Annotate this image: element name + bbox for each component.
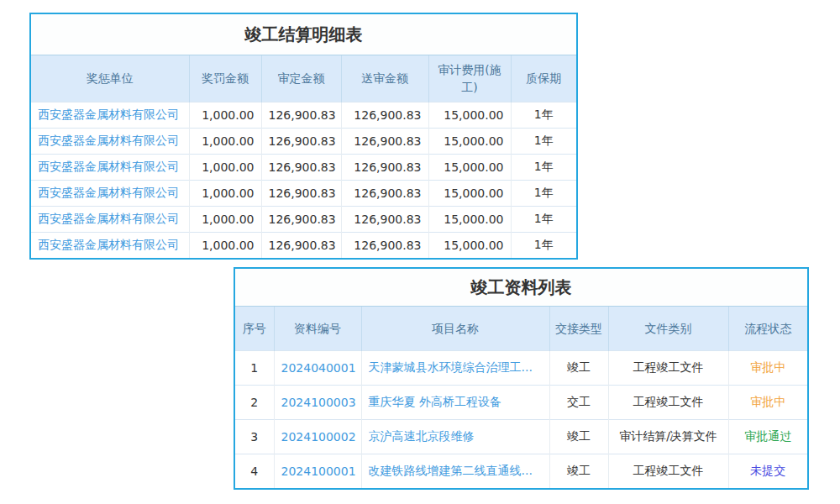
audit-fee: 15,000.00 [428, 207, 511, 233]
approved-amount: 126,900.83 [261, 233, 341, 259]
col-header-submitted-amount: 送审金额 [341, 55, 428, 102]
settlement-table: 奖惩单位 奖罚金额 审定金额 送审金额 审计费用(施工) 质保期 西安盛器金属材… [31, 55, 576, 258]
file-category: 工程竣工文件 [608, 454, 728, 489]
submitted-amount: 126,900.83 [341, 181, 428, 207]
settlement-table-title: 竣工结算明细表 [31, 14, 576, 55]
doc-number-link[interactable]: 2024100003 [274, 386, 361, 420]
audit-fee: 15,000.00 [428, 102, 511, 129]
col-header-approved-amount: 审定金额 [261, 55, 341, 102]
seq-number: 4 [235, 454, 274, 489]
penalty-amount: 1,000.00 [189, 155, 261, 181]
doc-number-link[interactable]: 2024040001 [274, 351, 361, 386]
col-header-doc-number: 资料编号 [274, 307, 361, 351]
col-header-penalty-amount: 奖罚金额 [189, 55, 261, 102]
doc-number-link[interactable]: 2024100002 [274, 420, 361, 454]
audit-fee: 15,000.00 [428, 155, 511, 181]
settlement-row: 西安盛器金属材料有限公司1,000.00126,900.83126,900.83… [31, 102, 576, 129]
submitted-amount: 126,900.83 [341, 155, 428, 181]
settlement-table-body: 西安盛器金属材料有限公司1,000.00126,900.83126,900.83… [31, 102, 576, 259]
penalty-amount: 1,000.00 [189, 207, 261, 233]
settlement-row: 西安盛器金属材料有限公司1,000.00126,900.83126,900.83… [31, 155, 576, 181]
warranty-period: 1年 [511, 181, 576, 207]
penalty-amount: 1,000.00 [189, 233, 261, 259]
col-header-flow-status: 流程状态 [728, 307, 807, 351]
reward-unit-link[interactable]: 西安盛器金属材料有限公司 [31, 181, 189, 207]
settlement-row: 西安盛器金属材料有限公司1,000.00126,900.83126,900.83… [31, 233, 576, 259]
project-name-link[interactable]: 京沪高速北京段维修 [361, 420, 549, 454]
status-text: 审批通过 [728, 420, 807, 454]
col-header-reward-unit: 奖惩单位 [31, 55, 189, 102]
handover-type: 竣工 [549, 420, 608, 454]
reward-unit-link[interactable]: 西安盛器金属材料有限公司 [31, 207, 189, 233]
warranty-period: 1年 [511, 207, 576, 233]
approved-amount: 126,900.83 [261, 207, 341, 233]
file-category: 工程竣工文件 [608, 351, 728, 386]
settlement-row: 西安盛器金属材料有限公司1,000.00126,900.83126,900.83… [31, 181, 576, 207]
warranty-period: 1年 [511, 129, 576, 155]
seq-number: 3 [235, 420, 274, 454]
col-header-warranty: 质保期 [511, 55, 576, 102]
col-header-handover-type: 交接类型 [549, 307, 608, 351]
handover-type: 交工 [549, 386, 608, 420]
audit-fee: 15,000.00 [428, 129, 511, 155]
file-category: 审计结算/决算文件 [608, 420, 728, 454]
warranty-period: 1年 [511, 155, 576, 181]
documents-table-body: 12024040001天津蒙城县水环境综合治理工...竣工工程竣工文件审批中22… [235, 351, 807, 489]
page: 竣工结算明细表 奖惩单位 奖罚金额 审定金额 送审金额 审计费用(施工) 质保期… [0, 0, 840, 504]
document-row: 32024100002京沪高速北京段维修竣工审计结算/决算文件审批通过 [235, 420, 807, 454]
col-header-file-category: 文件类别 [608, 307, 728, 351]
penalty-amount: 1,000.00 [189, 129, 261, 155]
settlement-row: 西安盛器金属材料有限公司1,000.00126,900.83126,900.83… [31, 207, 576, 233]
settlement-table-panel: 竣工结算明细表 奖惩单位 奖罚金额 审定金额 送审金额 审计费用(施工) 质保期… [29, 13, 578, 260]
settlement-row: 西安盛器金属材料有限公司1,000.00126,900.83126,900.83… [31, 129, 576, 155]
document-row: 42024100001改建铁路线增建第二线直通线...竣工工程竣工文件未提交 [235, 454, 807, 489]
status-text: 审批中 [728, 386, 807, 420]
seq-number: 2 [235, 386, 274, 420]
status-text: 审批中 [728, 351, 807, 386]
reward-unit-link[interactable]: 西安盛器金属材料有限公司 [31, 129, 189, 155]
approved-amount: 126,900.83 [261, 181, 341, 207]
project-name-link[interactable]: 天津蒙城县水环境综合治理工... [361, 351, 549, 386]
submitted-amount: 126,900.83 [341, 207, 428, 233]
col-header-audit-fee: 审计费用(施工) [428, 55, 511, 102]
settlement-header-row: 奖惩单位 奖罚金额 审定金额 送审金额 审计费用(施工) 质保期 [31, 55, 576, 102]
audit-fee: 15,000.00 [428, 233, 511, 259]
warranty-period: 1年 [511, 233, 576, 259]
approved-amount: 126,900.83 [261, 129, 341, 155]
documents-table: 序号 资料编号 项目名称 交接类型 文件类别 流程状态 12024040001天… [235, 306, 807, 488]
documents-table-title: 竣工资料列表 [235, 269, 807, 306]
seq-number: 1 [235, 351, 274, 386]
reward-unit-link[interactable]: 西安盛器金属材料有限公司 [31, 155, 189, 181]
submitted-amount: 126,900.83 [341, 102, 428, 129]
col-header-seq: 序号 [235, 307, 274, 351]
approved-amount: 126,900.83 [261, 155, 341, 181]
project-name-link[interactable]: 重庆华夏 外高桥工程设备 [361, 386, 549, 420]
penalty-amount: 1,000.00 [189, 181, 261, 207]
document-row: 22024100003重庆华夏 外高桥工程设备交工工程竣工文件审批中 [235, 386, 807, 420]
penalty-amount: 1,000.00 [189, 102, 261, 129]
doc-number-link[interactable]: 2024100001 [274, 454, 361, 489]
project-name-link[interactable]: 改建铁路线增建第二线直通线... [361, 454, 549, 489]
status-text: 未提交 [728, 454, 807, 489]
document-row: 12024040001天津蒙城县水环境综合治理工...竣工工程竣工文件审批中 [235, 351, 807, 386]
documents-header-row: 序号 资料编号 项目名称 交接类型 文件类别 流程状态 [235, 307, 807, 351]
reward-unit-link[interactable]: 西安盛器金属材料有限公司 [31, 102, 189, 129]
file-category: 工程竣工文件 [608, 386, 728, 420]
documents-table-panel: 竣工资料列表 序号 资料编号 项目名称 交接类型 文件类别 流程状态 12024… [234, 267, 809, 490]
handover-type: 竣工 [549, 351, 608, 386]
warranty-period: 1年 [511, 102, 576, 129]
audit-fee: 15,000.00 [428, 181, 511, 207]
approved-amount: 126,900.83 [261, 102, 341, 129]
submitted-amount: 126,900.83 [341, 233, 428, 259]
reward-unit-link[interactable]: 西安盛器金属材料有限公司 [31, 233, 189, 259]
col-header-project-name: 项目名称 [361, 307, 549, 351]
submitted-amount: 126,900.83 [341, 129, 428, 155]
handover-type: 竣工 [549, 454, 608, 489]
